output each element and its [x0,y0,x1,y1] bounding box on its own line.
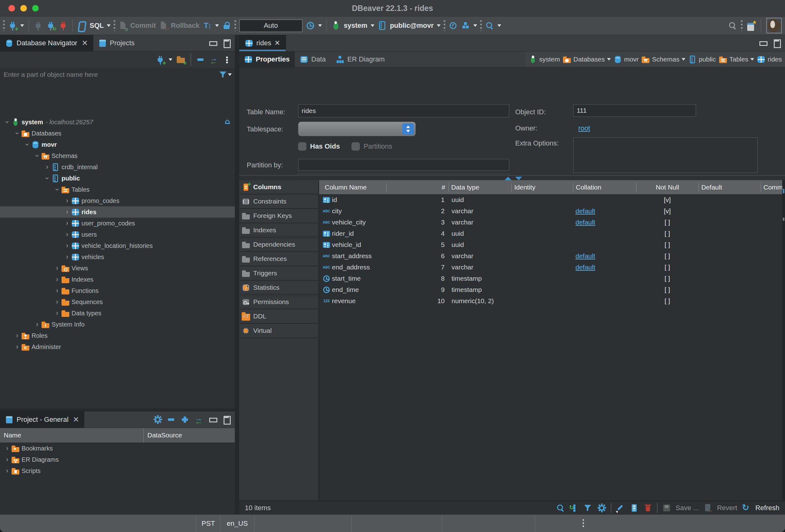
schema-dropdown-icon[interactable] [437,24,440,27]
section-item[interactable]: Columns [239,180,319,195]
section-item[interactable]: Virtual [239,324,319,338]
editor-tab-rides[interactable]: rides ✕ [239,35,286,51]
grid-column-header[interactable]: Collation [573,183,636,192]
grid-row[interactable]: start_address 6 varchar default [ ] [319,250,785,262]
grid-filter-icon[interactable] [583,503,593,513]
chevron-icon[interactable] [63,197,71,205]
maximize-panel-icon[interactable] [222,415,231,424]
chevron-icon[interactable] [3,467,11,475]
panel-sash[interactable] [235,35,239,514]
tree-item[interactable]: vehicle_location_histories [0,240,235,251]
commit-mode-combo[interactable]: Auto [239,19,303,32]
chevron-icon[interactable] [63,242,71,250]
partitions-checkbox[interactable] [352,142,360,151]
filter-icon[interactable] [219,70,228,79]
active-schema-label[interactable]: public@movr [390,22,434,30]
transaction-log-icon[interactable] [203,21,212,30]
section-item[interactable]: Statistics [239,281,319,295]
tree-item[interactable]: System Info [0,319,235,330]
chevron-icon[interactable] [13,129,21,137]
commit-icon[interactable]: ■ [118,21,128,30]
rollback-label[interactable]: Rollback [171,22,200,30]
chevron-icon[interactable] [23,141,31,149]
breadcrumb-item[interactable]: Tables [719,55,754,64]
chevron-icon[interactable] [63,230,71,238]
minimize-editor-icon[interactable] [758,39,767,48]
toolbar-drag-handle[interactable] [480,20,482,31]
revert-icon[interactable] [703,503,713,513]
link-with-editor-icon[interactable] [194,415,204,424]
tree-item[interactable]: promo_codes [0,195,235,206]
chevron-icon[interactable] [63,253,71,261]
grid-row[interactable]: vehicle_city 3 varchar default [ ] [319,217,785,228]
extra-options-textarea[interactable] [573,137,758,173]
chevron-icon[interactable] [63,219,71,227]
breadcrumb-item[interactable]: system [529,55,560,64]
column-header-datasource[interactable]: DataSource [144,431,182,439]
object-filter-input[interactable] [3,71,219,79]
breadcrumb-dropdown-icon[interactable] [750,58,754,60]
grid-row[interactable]: id 1 uuid [v] [319,194,785,205]
connect-icon[interactable] [33,21,43,30]
grid-row[interactable]: vehicle_id 5 uuid [ ] [319,239,785,250]
grid-row[interactable]: end_address 7 varchar default [ ] [319,262,785,273]
rollback-icon[interactable]: ↩ [159,21,168,30]
breadcrumb-item[interactable]: movr [613,55,639,64]
refresh-icon[interactable] [742,503,751,513]
form-splitter[interactable] [239,175,785,180]
tree-item[interactable]: Schemas [0,150,235,161]
link-with-editor-icon[interactable] [209,55,219,64]
grid-column-header[interactable]: Column Name [322,183,386,192]
chevron-icon[interactable] [43,174,51,182]
tablespace-select[interactable] [298,122,415,136]
tree-item[interactable]: Roles [0,330,235,341]
collapse-all-icon[interactable] [196,55,205,64]
collation-link[interactable]: default [576,252,595,259]
chevron-icon[interactable] [53,185,61,194]
avatar[interactable] [766,18,782,33]
collation-link[interactable]: default [576,207,595,214]
breadcrumb-item[interactable]: rides [757,55,782,64]
grid-search-icon[interactable] [556,503,565,513]
edit-icon[interactable] [616,503,625,513]
editor-subtab[interactable]: Data [295,52,331,67]
minimize-panel-icon[interactable] [208,39,217,48]
status-timezone[interactable]: PST [196,515,221,532]
tree-item[interactable]: Data types [0,307,235,319]
close-tab-icon[interactable]: ✕ [81,39,88,47]
editor-subtab[interactable]: ER Diagram [331,52,390,67]
section-item[interactable]: Dependencies [239,237,319,252]
toolbar-drag-handle[interactable] [234,20,236,31]
open-object-search-icon[interactable] [485,21,494,30]
active-connection-label[interactable]: system [344,22,368,30]
statusbar-drag-handle[interactable] [583,519,584,528]
search-dropdown-icon[interactable] [498,24,501,27]
minimize-panel-icon[interactable] [208,415,217,424]
refresh-button[interactable]: Refresh [755,504,779,512]
section-item[interactable]: Foreign Keys [239,209,319,223]
grid-column-header[interactable]: Comment [761,183,785,192]
tab-project-general[interactable]: Project - General ✕ [0,411,84,428]
grid-row[interactable]: end_time 9 timestamp [ ] [319,284,785,295]
section-item[interactable]: Constraints [239,195,319,209]
tab-projects[interactable]: Projects [93,35,140,51]
chevron-icon[interactable] [33,320,41,328]
toolbar-drag-handle[interactable] [113,20,115,31]
sql-editor-label[interactable]: SQL [90,22,104,30]
new-connection-dropdown-icon[interactable] [169,58,172,61]
close-tab-icon[interactable]: ✕ [73,415,79,424]
breadcrumb-item[interactable]: Databases [563,55,610,64]
commit-label[interactable]: Commit [130,22,156,30]
sql-editor-icon[interactable] [77,21,86,30]
add-column-icon[interactable] [630,503,639,513]
grid-row[interactable]: revenue 10 numeric(10, 2) [ ] [319,295,785,307]
close-tab-icon[interactable]: ✕ [275,39,280,47]
chevron-icon[interactable] [53,264,61,272]
chevron-icon[interactable] [3,118,11,126]
splitter-down-icon[interactable] [515,177,522,180]
tree-item[interactable]: system - localhost:26257 [0,117,235,128]
partition-by-input[interactable] [298,159,509,171]
new-folder-icon[interactable]: + [176,55,185,64]
tree-item[interactable]: Indexes [0,274,235,285]
chevron-icon[interactable] [53,309,61,317]
